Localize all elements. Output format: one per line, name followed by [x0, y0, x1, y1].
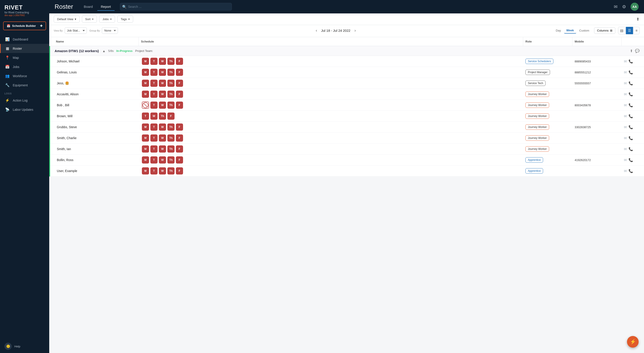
day-badge-active[interactable]: W: [159, 90, 166, 98]
search-input[interactable]: [120, 3, 232, 10]
role-badge[interactable]: Project Manager: [526, 70, 550, 75]
worker-name[interactable]: Jess, 🍔: [54, 79, 140, 88]
list-view-expanded[interactable]: ≡: [634, 27, 640, 34]
day-badge-active[interactable]: M: [142, 146, 149, 152]
day-badge-active[interactable]: M: [142, 134, 149, 142]
worker-name[interactable]: User, Example: [54, 166, 140, 176]
help-item[interactable]: 🙂 Help: [0, 340, 49, 353]
role-badge[interactable]: Service Tech: [526, 80, 546, 86]
sort-button[interactable]: Sort ≡: [82, 16, 97, 22]
next-date-button[interactable]: ›: [353, 27, 358, 34]
prev-date-button[interactable]: ‹: [314, 27, 319, 34]
email-action-icon[interactable]: ✉: [624, 125, 627, 129]
day-badge-active[interactable]: M: [142, 124, 149, 131]
email-action-icon[interactable]: ✉: [624, 59, 627, 64]
day-badge-active[interactable]: Th: [159, 112, 166, 120]
tags-button[interactable]: Tags ≡: [117, 16, 133, 22]
day-badge-active[interactable]: T: [150, 69, 158, 76]
day-badge-active[interactable]: W: [159, 80, 166, 87]
phone-action-icon[interactable]: 📞: [628, 125, 633, 129]
group-by-select[interactable]: None: [102, 27, 118, 34]
day-badge-active[interactable]: M: [142, 90, 149, 98]
day-badge-active[interactable]: F: [176, 69, 183, 76]
day-badge-active[interactable]: F: [176, 167, 183, 174]
tab-report[interactable]: Report: [97, 3, 114, 11]
day-badge-active[interactable]: F: [176, 90, 183, 98]
phone-action-icon[interactable]: 📞: [628, 147, 633, 151]
phone-action-icon[interactable]: 📞: [628, 81, 633, 86]
day-badge-active[interactable]: F: [176, 124, 183, 131]
quick-action-button[interactable]: ⚡: [627, 336, 639, 348]
collapse-icon[interactable]: ▲: [102, 49, 106, 53]
day-badge-active[interactable]: F: [176, 146, 183, 152]
role-badge[interactable]: Journey Worker: [526, 102, 549, 108]
view-by-select[interactable]: Job Stat...: [65, 27, 87, 34]
worker-name[interactable]: Johson, Michael: [54, 57, 140, 66]
phone-action-icon[interactable]: 📞: [628, 158, 633, 162]
day-badge-active[interactable]: T: [150, 156, 158, 164]
phone-action-icon[interactable]: 📞: [628, 59, 633, 64]
day-badge-active[interactable]: T: [150, 146, 158, 152]
role-badge[interactable]: Service Schedulers: [526, 58, 553, 64]
project-chat-icon[interactable]: 💬: [635, 49, 640, 53]
project-name[interactable]: Amazon DTW1 (12 workers): [54, 49, 99, 53]
day-badge-active[interactable]: T: [142, 112, 149, 120]
day-badge-active[interactable]: W: [159, 146, 166, 152]
day-badge-active[interactable]: F: [176, 58, 183, 65]
role-badge[interactable]: Journey Worker: [526, 146, 549, 152]
sidebar-item-map[interactable]: 📍 Map: [0, 53, 49, 62]
day-badge-active[interactable]: W: [159, 167, 166, 174]
role-badge[interactable]: Apprentice: [526, 168, 543, 174]
worker-name[interactable]: Bob , Bill: [54, 101, 140, 110]
phone-action-icon[interactable]: 📞: [628, 92, 633, 96]
worker-name[interactable]: Accavitti, Alison: [54, 90, 140, 99]
day-badge-active[interactable]: F: [176, 156, 183, 164]
sidebar-item-roster[interactable]: ▦ Roster: [0, 44, 49, 53]
sidebar-item-dashboard[interactable]: 📊 Dashboard: [0, 35, 49, 44]
role-badge[interactable]: Journey Worker: [526, 135, 549, 141]
email-action-icon[interactable]: ✉: [624, 158, 627, 162]
day-badge-active[interactable]: F: [168, 112, 174, 120]
day-badge-active[interactable]: W: [159, 58, 166, 65]
jobs-button[interactable]: Jobs ≡: [99, 16, 115, 22]
list-view-normal[interactable]: ☰: [626, 27, 633, 34]
day-badge-active[interactable]: M: [142, 80, 149, 87]
email-action-icon[interactable]: ✉: [624, 81, 627, 86]
worker-name[interactable]: Gelinas, Louis: [54, 68, 140, 77]
project-share-icon[interactable]: ⬆: [630, 49, 633, 53]
settings-icon[interactable]: ⚙: [622, 4, 626, 10]
sidebar-item-labor-updates[interactable]: 📡 Labor Updates: [0, 105, 49, 114]
view-week[interactable]: Week: [564, 28, 576, 34]
sidebar-item-workforce[interactable]: 👥 Workforce: [0, 71, 49, 80]
default-view-button[interactable]: Default View ▾: [54, 16, 80, 22]
day-badge-active[interactable]: M: [142, 167, 149, 174]
day-badge-active[interactable]: F: [176, 80, 183, 87]
day-badge-active[interactable]: T: [150, 80, 158, 87]
phone-action-icon[interactable]: 📞: [628, 103, 633, 108]
day-badge-active[interactable]: W: [159, 69, 166, 76]
email-action-icon[interactable]: ✉: [624, 169, 627, 173]
role-badge[interactable]: Journey Worker: [526, 114, 549, 119]
day-badge-active[interactable]: T: [150, 134, 158, 142]
email-action-icon[interactable]: ✉: [624, 92, 627, 96]
day-badge-active[interactable]: M: [142, 156, 149, 164]
email-action-icon[interactable]: ✉: [624, 70, 627, 74]
day-badge-active[interactable]: F: [176, 102, 183, 109]
day-badge-active[interactable]: T: [150, 124, 158, 131]
day-badge-active[interactable]: W: [150, 112, 158, 120]
day-badge-active[interactable]: W: [159, 102, 166, 109]
day-badge-active[interactable]: Th: [168, 69, 174, 76]
email-action-icon[interactable]: ✉: [624, 103, 627, 108]
worker-name[interactable]: Smith, Ian: [54, 144, 140, 154]
share-icon[interactable]: ⬆: [636, 17, 640, 22]
day-badge-active[interactable]: F: [176, 134, 183, 142]
user-avatar[interactable]: AA: [630, 3, 639, 11]
day-badge-active[interactable]: Th: [168, 134, 174, 142]
worker-name[interactable]: Brown, Will: [54, 112, 140, 120]
day-badge-active[interactable]: Th: [168, 58, 174, 65]
day-badge-off[interactable]: [142, 102, 149, 109]
day-badge-active[interactable]: W: [159, 156, 166, 164]
role-badge[interactable]: Journey Worker: [526, 124, 549, 130]
view-day[interactable]: Day: [554, 28, 563, 33]
worker-name[interactable]: Bollin, Ross: [54, 156, 140, 164]
